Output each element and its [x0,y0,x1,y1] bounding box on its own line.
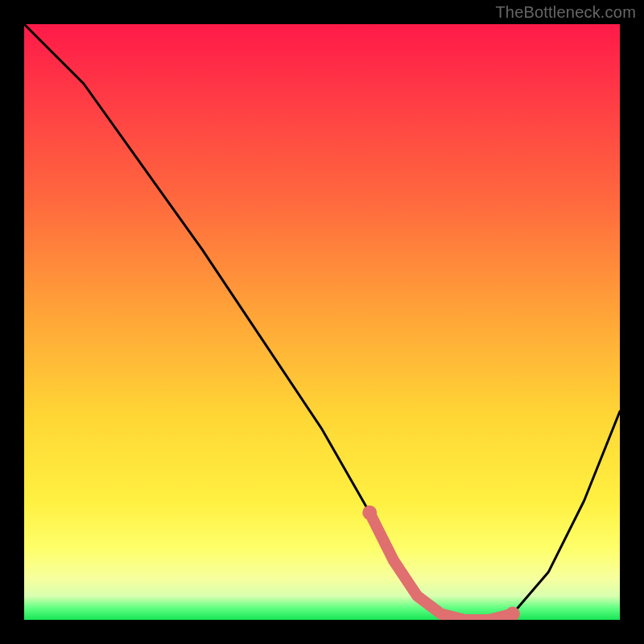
curve-layer [24,24,620,620]
chart-stage: TheBottleneck.com [0,0,644,644]
highlight-end-dot [506,607,520,620]
bottleneck-curve-path [24,24,620,620]
plot-area [24,24,620,620]
highlight-segment-path [369,513,513,620]
highlight-start-dot [362,506,377,520]
watermark-text: TheBottleneck.com [495,3,636,22]
